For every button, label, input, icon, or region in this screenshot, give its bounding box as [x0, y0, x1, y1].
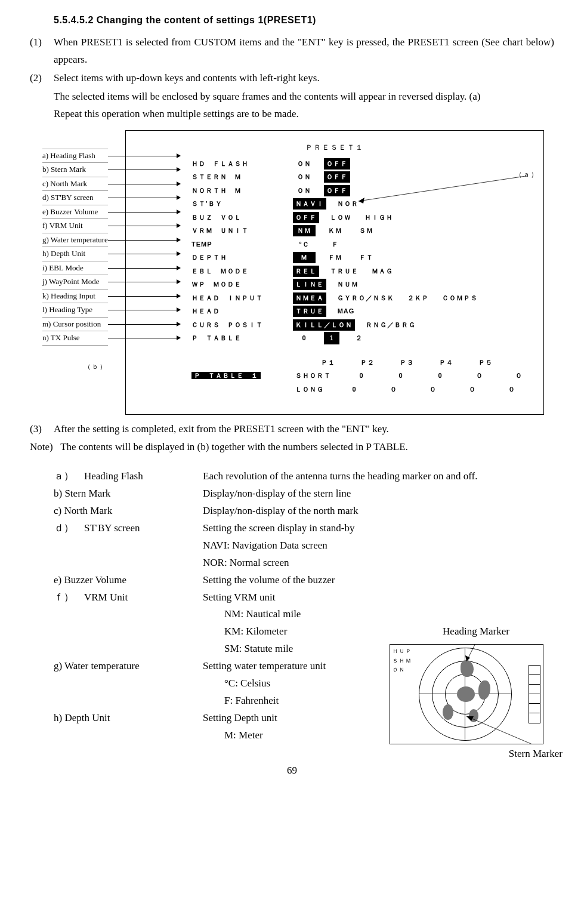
row-label: ＷＰ ＭＯＤＥ — [132, 279, 293, 290]
screen-row: ＮＯＲＴＨ ＭＯＮＯＦＦ — [132, 184, 537, 198]
option[interactable]: °Ｃ — [293, 239, 316, 250]
option[interactable]: ＮＵＭ — [335, 279, 361, 290]
option[interactable]: ＯＦＦ — [324, 158, 350, 170]
row-options: ＮＭＫＭＳＭ — [293, 225, 378, 236]
legend-item: i) EBL Mode — [42, 261, 108, 276]
option[interactable]: ＲＮＧ／ＢＲＧ — [363, 319, 418, 331]
ptable-val: 0 — [350, 370, 373, 381]
section-title: Changing the content of settings 1(PRESE… — [97, 15, 316, 25]
definition-key — [54, 537, 203, 555]
definition-key: h) Depth Unit — [54, 710, 203, 727]
ptable-header: Ｐ２ — [356, 357, 379, 368]
option[interactable]: ＧＹＲＯ／ＮＳＫ — [335, 292, 397, 304]
option[interactable]: 1 — [324, 332, 339, 344]
stern-marker-label: Stern Marker — [390, 746, 563, 763]
legend-item: f) VRM Unit — [42, 219, 108, 233]
step-2a: The selected items will be enclosed by s… — [54, 88, 554, 106]
legend-item: b) Stern Mark — [42, 163, 108, 177]
option[interactable]: ＯＦＦ — [293, 212, 319, 223]
row-label: ＮＯＲＴＨ Ｍ — [132, 185, 293, 196]
screen-row: ＨＥＡＤＴＲＵＥMAG — [132, 305, 537, 319]
option[interactable]: ＬＩＮＥ — [293, 279, 326, 290]
legend-item: m) Cursor position — [42, 318, 108, 332]
option[interactable]: ２ — [348, 332, 370, 344]
option[interactable]: ＲＥＬ — [293, 266, 319, 277]
ptable-long-row: ＬＯＮＧ0００００ — [132, 383, 537, 396]
definition-key: ｆ） VRM Unit — [54, 589, 203, 606]
option[interactable]: ＭＡＧ — [369, 266, 395, 277]
option[interactable]: ＫＩＬＬ／ＬＯＮ — [293, 319, 355, 331]
option[interactable]: ＴＲＵＥ — [293, 306, 326, 317]
definition-key — [54, 623, 203, 640]
option[interactable]: ＮＡＶＩ — [293, 198, 326, 210]
long-label: ＬＯＮＧ — [293, 384, 326, 395]
definition-key: e) Buzzer Volume — [54, 572, 203, 589]
ptable-val: 0 — [390, 370, 412, 381]
option[interactable]: ＳＭ — [355, 225, 378, 236]
option[interactable]: ＯＮ — [293, 171, 316, 183]
row-label: ＨＥＡＤ ＩＮＰＵＴ — [132, 292, 293, 304]
definition-row: b) Stern MarkDisplay/non-display of the … — [54, 485, 554, 503]
step-body: After the setting is completed, exit fro… — [54, 421, 554, 438]
chart-legend: a) Heading Flashb) Stern Markc) North Ma… — [42, 149, 108, 346]
row-label: ＢＵＺ ＶＯＬ — [132, 212, 293, 223]
option[interactable]: ＬＯＷ — [327, 212, 354, 223]
definition-row: ａ） Heading FlashEach revolution of the a… — [54, 468, 554, 485]
option[interactable]: Ｆ — [324, 239, 347, 250]
option[interactable]: ２ＫＰ — [405, 292, 431, 304]
screen-row: ＷＰ ＭＯＤＥＬＩＮＥＮＵＭ — [132, 278, 537, 292]
option[interactable]: ＨＩＧＨ — [362, 212, 395, 223]
ptable-short-row: Ｐ ＴＡＢＬＥ １ ＳＨＯＲＴ000００ — [132, 369, 537, 383]
step-2b: Repeat this operation when multiple sett… — [54, 106, 554, 123]
annotation-b: （ｂ） — [84, 361, 107, 372]
definitions: Heading Marker ＨＵＰＳＨＭＯＮ — [54, 468, 554, 744]
row-options: ＬＩＮＥＮＵＭ — [293, 279, 361, 290]
row-options: ＮＡＶＩＮＯＲ — [293, 198, 361, 210]
option[interactable]: ＦＴ — [355, 252, 378, 263]
screen-row: ＣＵＲＳ ＰＯＳＩＴＫＩＬＬ／ＬＯＮＲＮＧ／ＢＲＧ — [132, 318, 537, 332]
row-options: 01２ — [293, 332, 370, 344]
ptable-label: Ｐ ＴＡＢＬＥ １ — [191, 372, 261, 379]
option[interactable]: ＯＦＦ — [324, 171, 350, 183]
ptable-header: Ｐ３ — [395, 357, 418, 368]
note: Note) The contents will be displayed in … — [30, 439, 554, 456]
screen-row: ＤＥＰＴＨＭＦＭＦＴ — [132, 251, 537, 265]
option[interactable]: ＫＭ — [324, 225, 347, 236]
annotation-a: （ａ） — [515, 169, 539, 180]
ptable-val: ０ — [500, 384, 523, 395]
row-options: ＯＦＦＬＯＷＨＩＧＨ — [293, 212, 395, 223]
option[interactable]: ＯＦＦ — [324, 185, 350, 196]
step-num: (3) — [30, 421, 54, 438]
option[interactable]: Ｍ — [293, 252, 316, 263]
option[interactable]: ＯＮ — [293, 158, 316, 170]
ptable-val: 0 — [429, 370, 452, 381]
option[interactable]: ＦＭ — [324, 252, 347, 263]
option[interactable]: ＮＭＥＡ — [293, 292, 326, 304]
option[interactable]: ＮＭ — [293, 225, 316, 236]
option[interactable]: ＯＮ — [293, 185, 316, 196]
option[interactable]: 0 — [293, 332, 316, 344]
definition-value: Setting the volume of the buzzer — [203, 572, 554, 589]
definition-key — [54, 675, 203, 692]
ptable-val: ０ — [382, 384, 405, 395]
row-label: TEMP — [132, 239, 293, 250]
step-1: (1) When PRESET1 is selected from CUSTOM… — [30, 34, 554, 69]
option[interactable]: ＣＯＭＰＳ — [440, 292, 480, 304]
option[interactable]: ＮＯＲ — [335, 198, 361, 210]
legend-item: g) Water temperature — [42, 233, 108, 248]
heading-marker-label: Heading Marker — [390, 623, 563, 640]
row-options: ＴＲＵＥMAG — [293, 306, 357, 317]
screen-row: ＥＢＬ ＭＯＤＥＲＥＬＴＲＵＥＭＡＧ — [132, 264, 537, 278]
legend-item: j) WayPoint Mode — [42, 275, 108, 289]
definition-key: ｄ） ST'BY screen — [54, 520, 203, 537]
legend-item: e) Buzzer Volume — [42, 205, 108, 220]
option[interactable]: MAG — [335, 306, 357, 317]
option[interactable]: ＴＲＵＥ — [327, 266, 361, 277]
definition-row: NM: Nautical mile — [54, 606, 554, 623]
definition-key: ａ） Heading Flash — [54, 468, 203, 485]
definition-row: NOR: Normal screen — [54, 555, 554, 572]
row-options: ＭＦＭＦＴ — [293, 252, 378, 263]
page-number: 69 — [30, 762, 554, 780]
step-num: (1) — [30, 34, 54, 69]
definition-value: Setting VRM unit — [203, 589, 554, 606]
